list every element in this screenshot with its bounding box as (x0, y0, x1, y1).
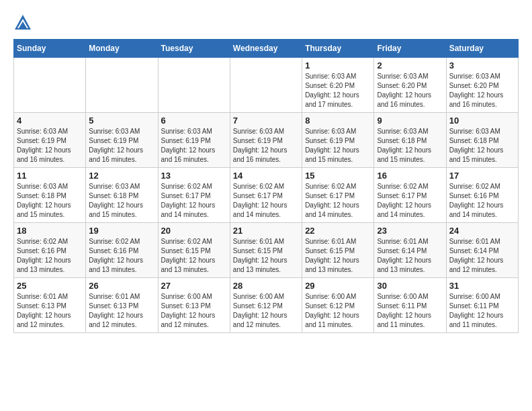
calendar-cell (86, 58, 158, 113)
calendar-cell: 19Sunrise: 6:02 AM Sunset: 6:16 PM Dayli… (86, 223, 158, 278)
calendar-cell: 15Sunrise: 6:02 AM Sunset: 6:17 PM Dayli… (302, 168, 374, 223)
calendar-cell: 25Sunrise: 6:01 AM Sunset: 6:13 PM Dayli… (14, 278, 86, 333)
calendar-cell: 6Sunrise: 6:03 AM Sunset: 6:19 PM Daylig… (158, 113, 230, 168)
calendar-cell: 11Sunrise: 6:03 AM Sunset: 6:18 PM Dayli… (14, 168, 86, 223)
day-number: 1 (305, 60, 371, 71)
calendar-cell: 16Sunrise: 6:02 AM Sunset: 6:17 PM Dayli… (374, 168, 446, 223)
calendar-cell: 18Sunrise: 6:02 AM Sunset: 6:16 PM Dayli… (14, 223, 86, 278)
calendar-cell: 27Sunrise: 6:00 AM Sunset: 6:13 PM Dayli… (158, 278, 230, 333)
day-number: 17 (449, 171, 515, 181)
day-info: Sunrise: 6:03 AM Sunset: 6:18 PM Dayligh… (377, 127, 443, 165)
weekday-header-friday: Friday (374, 40, 446, 58)
weekday-header-wednesday: Wednesday (230, 40, 302, 58)
day-number: 27 (161, 281, 227, 291)
day-number: 11 (17, 171, 83, 181)
day-number: 24 (449, 226, 515, 236)
calendar-cell: 5Sunrise: 6:03 AM Sunset: 6:19 PM Daylig… (86, 113, 158, 168)
calendar-cell: 17Sunrise: 6:02 AM Sunset: 6:16 PM Dayli… (446, 168, 518, 223)
day-number: 6 (161, 116, 227, 126)
calendar-cell: 8Sunrise: 6:03 AM Sunset: 6:19 PM Daylig… (302, 113, 374, 168)
calendar-cell: 9Sunrise: 6:03 AM Sunset: 6:18 PM Daylig… (374, 113, 446, 168)
day-number: 16 (377, 171, 443, 181)
calendar-cell: 24Sunrise: 6:01 AM Sunset: 6:14 PM Dayli… (446, 223, 518, 278)
calendar-cell: 20Sunrise: 6:02 AM Sunset: 6:15 PM Dayli… (158, 223, 230, 278)
calendar-cell: 22Sunrise: 6:01 AM Sunset: 6:15 PM Dayli… (302, 223, 374, 278)
weekday-header-thursday: Thursday (302, 40, 374, 58)
day-info: Sunrise: 6:02 AM Sunset: 6:17 PM Dayligh… (161, 182, 227, 220)
day-info: Sunrise: 6:03 AM Sunset: 6:19 PM Dayligh… (233, 127, 299, 165)
calendar-cell: 1Sunrise: 6:03 AM Sunset: 6:20 PM Daylig… (302, 58, 374, 113)
page-header (13, 13, 519, 32)
calendar-cell (230, 58, 302, 113)
day-number: 30 (377, 281, 443, 291)
calendar-cell: 14Sunrise: 6:02 AM Sunset: 6:17 PM Dayli… (230, 168, 302, 223)
calendar-cell: 7Sunrise: 6:03 AM Sunset: 6:19 PM Daylig… (230, 113, 302, 168)
day-number: 19 (89, 226, 154, 236)
calendar-cell: 10Sunrise: 6:03 AM Sunset: 6:18 PM Dayli… (446, 113, 518, 168)
day-info: Sunrise: 6:00 AM Sunset: 6:11 PM Dayligh… (449, 292, 515, 330)
calendar-cell: 29Sunrise: 6:00 AM Sunset: 6:12 PM Dayli… (302, 278, 374, 333)
day-number: 10 (449, 116, 515, 126)
day-info: Sunrise: 6:03 AM Sunset: 6:19 PM Dayligh… (17, 127, 83, 165)
day-info: Sunrise: 6:03 AM Sunset: 6:20 PM Dayligh… (305, 72, 371, 109)
weekday-header-monday: Monday (86, 40, 158, 58)
day-info: Sunrise: 6:02 AM Sunset: 6:16 PM Dayligh… (17, 237, 83, 275)
day-info: Sunrise: 6:03 AM Sunset: 6:19 PM Dayligh… (161, 127, 227, 165)
day-info: Sunrise: 6:01 AM Sunset: 6:14 PM Dayligh… (449, 237, 515, 275)
day-info: Sunrise: 6:03 AM Sunset: 6:19 PM Dayligh… (305, 127, 371, 165)
day-info: Sunrise: 6:02 AM Sunset: 6:17 PM Dayligh… (377, 182, 443, 220)
day-number: 29 (305, 281, 371, 291)
day-info: Sunrise: 6:00 AM Sunset: 6:12 PM Dayligh… (305, 292, 371, 330)
day-number: 9 (377, 116, 443, 126)
calendar-cell: 30Sunrise: 6:00 AM Sunset: 6:11 PM Dayli… (374, 278, 446, 333)
day-number: 2 (377, 60, 443, 71)
day-info: Sunrise: 6:01 AM Sunset: 6:14 PM Dayligh… (377, 237, 443, 275)
day-info: Sunrise: 6:03 AM Sunset: 6:20 PM Dayligh… (449, 72, 515, 109)
day-number: 25 (17, 281, 83, 291)
day-number: 3 (449, 60, 515, 71)
day-info: Sunrise: 6:00 AM Sunset: 6:12 PM Dayligh… (233, 292, 299, 330)
calendar-cell: 3Sunrise: 6:03 AM Sunset: 6:20 PM Daylig… (446, 58, 518, 113)
day-info: Sunrise: 6:01 AM Sunset: 6:13 PM Dayligh… (89, 292, 154, 330)
calendar-cell (14, 58, 86, 113)
day-number: 22 (305, 226, 371, 236)
day-number: 7 (233, 116, 299, 126)
calendar-cell: 2Sunrise: 6:03 AM Sunset: 6:20 PM Daylig… (374, 58, 446, 113)
weekday-header-tuesday: Tuesday (158, 40, 230, 58)
logo (13, 13, 32, 32)
calendar-cell: 28Sunrise: 6:00 AM Sunset: 6:12 PM Dayli… (230, 278, 302, 333)
day-number: 26 (89, 281, 154, 291)
day-number: 18 (17, 226, 83, 236)
day-info: Sunrise: 6:02 AM Sunset: 6:16 PM Dayligh… (89, 237, 154, 275)
day-number: 23 (377, 226, 443, 236)
day-number: 4 (17, 116, 83, 126)
calendar-cell: 31Sunrise: 6:00 AM Sunset: 6:11 PM Dayli… (446, 278, 518, 333)
logo-icon (13, 13, 32, 32)
day-info: Sunrise: 6:02 AM Sunset: 6:16 PM Dayligh… (449, 182, 515, 220)
day-info: Sunrise: 6:02 AM Sunset: 6:17 PM Dayligh… (233, 182, 299, 220)
day-number: 28 (233, 281, 299, 291)
calendar-cell (158, 58, 230, 113)
day-info: Sunrise: 6:02 AM Sunset: 6:17 PM Dayligh… (305, 182, 371, 220)
day-number: 15 (305, 171, 371, 181)
day-info: Sunrise: 6:01 AM Sunset: 6:13 PM Dayligh… (17, 292, 83, 330)
day-number: 14 (233, 171, 299, 181)
calendar-cell: 4Sunrise: 6:03 AM Sunset: 6:19 PM Daylig… (14, 113, 86, 168)
calendar-cell: 23Sunrise: 6:01 AM Sunset: 6:14 PM Dayli… (374, 223, 446, 278)
day-info: Sunrise: 6:03 AM Sunset: 6:18 PM Dayligh… (89, 182, 154, 220)
day-number: 8 (305, 116, 371, 126)
day-info: Sunrise: 6:03 AM Sunset: 6:20 PM Dayligh… (377, 72, 443, 109)
day-info: Sunrise: 6:03 AM Sunset: 6:18 PM Dayligh… (17, 182, 83, 220)
day-info: Sunrise: 6:03 AM Sunset: 6:19 PM Dayligh… (89, 127, 154, 165)
day-info: Sunrise: 6:01 AM Sunset: 6:15 PM Dayligh… (305, 237, 371, 275)
calendar-cell: 12Sunrise: 6:03 AM Sunset: 6:18 PM Dayli… (86, 168, 158, 223)
calendar-table: SundayMondayTuesdayWednesdayThursdayFrid… (13, 39, 519, 333)
day-number: 13 (161, 171, 227, 181)
day-number: 31 (449, 281, 515, 291)
calendar-cell: 26Sunrise: 6:01 AM Sunset: 6:13 PM Dayli… (86, 278, 158, 333)
weekday-header-sunday: Sunday (14, 40, 86, 58)
weekday-header-saturday: Saturday (446, 40, 518, 58)
day-number: 20 (161, 226, 227, 236)
day-info: Sunrise: 6:00 AM Sunset: 6:13 PM Dayligh… (161, 292, 227, 330)
day-number: 5 (89, 116, 154, 126)
